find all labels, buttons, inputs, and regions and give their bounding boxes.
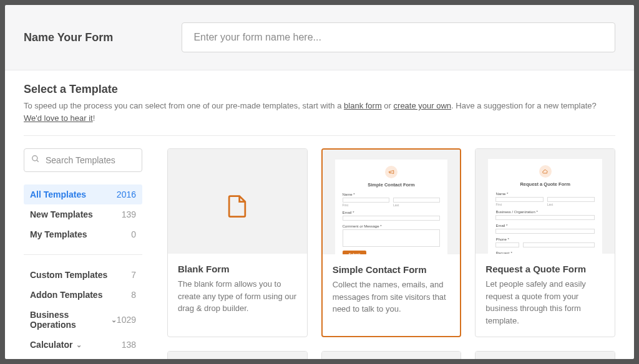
template-body: Blank FormThe blank form allows you to c…	[168, 254, 307, 325]
template-grid: Blank FormThe blank form allows you to c…	[167, 148, 615, 359]
category-count: 0	[131, 229, 136, 239]
create-your-own-link[interactable]: create your own	[394, 101, 452, 110]
category-item[interactable]: Addon Templates8	[24, 285, 142, 305]
category-item[interactable]: My Templates0	[24, 224, 142, 244]
svg-point-0	[32, 156, 37, 161]
template-title: Simple Contact Form	[333, 264, 451, 275]
category-count: 138	[122, 340, 136, 350]
search-wrap	[24, 148, 142, 172]
category-item[interactable]: Custom Templates7	[24, 265, 142, 285]
template-card[interactable]: Request a Quote FormName *FirstLastBusin…	[475, 148, 615, 337]
search-templates-input[interactable]	[24, 148, 142, 172]
category-count: 2016	[117, 189, 136, 199]
template-body: Request a Quote FormLet people safely an…	[476, 254, 615, 337]
category-label: New Templates	[30, 209, 93, 219]
svg-line-1	[37, 160, 39, 162]
template-description: Let people safely and easily request a q…	[485, 278, 605, 327]
template-preview: Billing / Order FormName *FirstLastEmail…	[322, 352, 461, 359]
chevron-down-icon: ⌄	[111, 316, 117, 324]
category-label: All Templates	[30, 189, 86, 199]
category-item[interactable]: Business Operations⌄1029	[24, 305, 142, 335]
category-item[interactable]: All Templates2016	[24, 184, 142, 204]
template-title: Request a Quote Form	[485, 264, 605, 274]
suggestion-link[interactable]: We'd love to hear it	[24, 113, 93, 123]
category-divider	[24, 254, 142, 255]
template-grid-wrap: Blank FormThe blank form allows you to c…	[167, 148, 615, 359]
template-preview: Donation FormName *FirstLastEmail *	[168, 352, 307, 359]
category-item[interactable]: Calculator⌄138	[24, 335, 142, 355]
category-label: Addon Templates	[30, 290, 102, 300]
template-card[interactable]: Donation FormName *FirstLastEmail *Donat…	[167, 351, 308, 359]
category-item[interactable]: New Templates139	[24, 204, 142, 224]
category-count: 1029	[117, 315, 136, 325]
category-label: Business Operations	[30, 310, 107, 330]
template-card[interactable]: Blank FormThe blank form allows you to c…	[167, 148, 308, 337]
category-count: 139	[122, 209, 136, 219]
category-count: 8	[131, 290, 136, 300]
header: Name Your Form	[5, 5, 634, 70]
category-item[interactable]: Customer Service⌄217	[24, 355, 142, 359]
template-preview: Request a Quote FormName *FirstLastBusin…	[476, 149, 615, 254]
template-card[interactable]: Simple Contact FormName *FirstLastEmail …	[321, 148, 462, 337]
template-preview: Simple Contact FormName *FirstLastEmail …	[323, 150, 461, 254]
template-preview	[168, 149, 307, 254]
category-label: Custom Templates	[30, 270, 107, 280]
template-description: The blank form allows you to create any …	[178, 278, 297, 315]
template-description: Collect the names, emails, and messages …	[333, 279, 451, 315]
category-label: Calculator	[30, 340, 72, 350]
select-template-section: Select a Template To speed up the proces…	[5, 70, 634, 124]
template-body: Simple Contact FormCollect the names, em…	[323, 254, 461, 325]
sidebar: All Templates2016New Templates139My Temp…	[24, 148, 142, 359]
template-card[interactable]: Newsletter Signup FormName *FirstLastEma…	[475, 351, 615, 359]
template-card[interactable]: Billing / Order FormName *FirstLastEmail…	[321, 351, 462, 359]
main-area: All Templates2016New Templates139My Temp…	[5, 136, 634, 359]
search-icon	[31, 155, 40, 166]
category-list-top: All Templates2016New Templates139My Temp…	[24, 184, 142, 244]
name-form-label: Name Your Form	[24, 31, 113, 44]
blank-form-link[interactable]: blank form	[344, 101, 382, 110]
chevron-down-icon: ⌄	[76, 341, 82, 349]
template-title: Blank Form	[178, 264, 297, 274]
section-description: To speed up the process you can select f…	[24, 100, 615, 124]
template-icon	[539, 165, 552, 178]
section-title: Select a Template	[24, 83, 615, 96]
category-count: 7	[131, 270, 136, 280]
category-label: My Templates	[30, 229, 87, 239]
category-list-bottom: Custom Templates7Addon Templates8Busines…	[24, 265, 142, 359]
form-name-input[interactable]	[182, 22, 615, 52]
template-preview: Newsletter Signup FormName *FirstLastEma…	[476, 352, 615, 359]
template-picker-modal: Name Your Form Select a Template To spee…	[5, 5, 634, 359]
template-icon	[385, 166, 398, 178]
